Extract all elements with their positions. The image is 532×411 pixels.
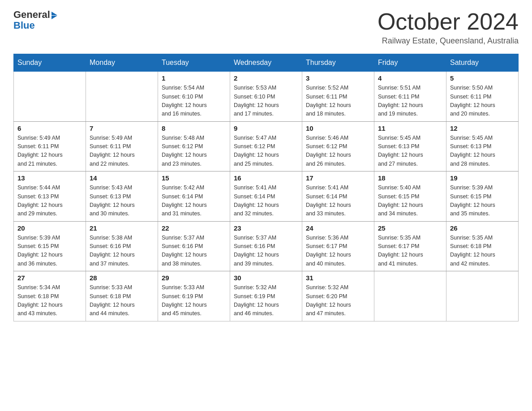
day-number: 25 [378, 224, 442, 232]
day-info: Sunrise: 5:49 AM Sunset: 6:11 PM Dayligh… [17, 134, 82, 169]
day-info: Sunrise: 5:48 AM Sunset: 6:12 PM Dayligh… [162, 134, 226, 169]
day-number: 29 [162, 274, 226, 282]
day-number: 10 [306, 124, 370, 132]
calendar-cell: 31Sunrise: 5:32 AM Sunset: 6:20 PM Dayli… [302, 271, 374, 321]
calendar-cell: 27Sunrise: 5:34 AM Sunset: 6:18 PM Dayli… [14, 271, 86, 321]
day-number: 21 [90, 224, 154, 232]
day-info: Sunrise: 5:51 AM Sunset: 6:11 PM Dayligh… [378, 84, 442, 119]
calendar-cell: 24Sunrise: 5:36 AM Sunset: 6:17 PM Dayli… [302, 221, 374, 271]
day-number: 30 [234, 274, 298, 282]
calendar-cell: 6Sunrise: 5:49 AM Sunset: 6:11 PM Daylig… [14, 121, 86, 171]
day-number: 28 [90, 274, 154, 282]
calendar-header: SundayMondayTuesdayWednesdayThursdayFrid… [14, 54, 519, 72]
day-number: 19 [450, 174, 515, 182]
calendar-cell: 14Sunrise: 5:43 AM Sunset: 6:13 PM Dayli… [86, 171, 158, 222]
day-number: 15 [162, 174, 226, 182]
weekday-header-friday: Friday [374, 54, 446, 72]
day-number: 31 [306, 274, 370, 282]
calendar-cell [374, 271, 446, 321]
day-info: Sunrise: 5:45 AM Sunset: 6:13 PM Dayligh… [378, 134, 442, 169]
title-area: October 2024 Railway Estate, Queensland,… [378, 9, 519, 46]
day-info: Sunrise: 5:42 AM Sunset: 6:14 PM Dayligh… [162, 184, 226, 218]
calendar-body: 1Sunrise: 5:54 AM Sunset: 6:10 PM Daylig… [14, 72, 519, 321]
calendar-cell: 8Sunrise: 5:48 AM Sunset: 6:12 PM Daylig… [158, 121, 230, 171]
day-number: 11 [378, 124, 442, 132]
calendar-week-5: 27Sunrise: 5:34 AM Sunset: 6:18 PM Dayli… [14, 271, 519, 321]
logo: General Blue [13, 9, 57, 31]
weekday-header-saturday: Saturday [446, 54, 519, 72]
day-info: Sunrise: 5:32 AM Sunset: 6:19 PM Dayligh… [234, 283, 298, 318]
day-number: 4 [378, 74, 442, 82]
day-info: Sunrise: 5:46 AM Sunset: 6:12 PM Dayligh… [306, 134, 370, 169]
calendar-cell: 25Sunrise: 5:35 AM Sunset: 6:17 PM Dayli… [374, 221, 446, 271]
calendar-cell: 26Sunrise: 5:35 AM Sunset: 6:18 PM Dayli… [446, 221, 519, 271]
day-number: 22 [162, 224, 226, 232]
day-info: Sunrise: 5:33 AM Sunset: 6:19 PM Dayligh… [162, 283, 226, 318]
day-info: Sunrise: 5:41 AM Sunset: 6:14 PM Dayligh… [306, 184, 370, 218]
day-number: 14 [90, 174, 154, 182]
day-number: 1 [162, 74, 226, 82]
calendar-cell: 5Sunrise: 5:50 AM Sunset: 6:11 PM Daylig… [446, 72, 519, 122]
day-info: Sunrise: 5:35 AM Sunset: 6:18 PM Dayligh… [450, 234, 515, 269]
calendar-cell: 9Sunrise: 5:47 AM Sunset: 6:12 PM Daylig… [230, 121, 302, 171]
day-number: 13 [17, 174, 82, 182]
calendar-cell: 28Sunrise: 5:33 AM Sunset: 6:18 PM Dayli… [86, 271, 158, 321]
calendar-cell: 29Sunrise: 5:33 AM Sunset: 6:19 PM Dayli… [158, 271, 230, 321]
day-number: 24 [306, 224, 370, 232]
calendar-cell [86, 72, 158, 122]
weekday-header-monday: Monday [86, 54, 158, 72]
day-info: Sunrise: 5:43 AM Sunset: 6:13 PM Dayligh… [90, 184, 154, 218]
day-number: 20 [17, 224, 82, 232]
day-number: 5 [450, 74, 515, 82]
logo-general: General [13, 9, 50, 21]
day-number: 3 [306, 74, 370, 82]
weekday-header-wednesday: Wednesday [230, 54, 302, 72]
day-info: Sunrise: 5:32 AM Sunset: 6:20 PM Dayligh… [306, 283, 370, 318]
day-info: Sunrise: 5:36 AM Sunset: 6:17 PM Dayligh… [306, 234, 370, 269]
day-number: 23 [234, 224, 298, 232]
month-title: October 2024 [378, 9, 519, 34]
calendar-table: SundayMondayTuesdayWednesdayThursdayFrid… [13, 54, 519, 321]
page-header: General Blue October 2024 Railway Estate… [13, 9, 519, 46]
calendar-cell: 7Sunrise: 5:49 AM Sunset: 6:11 PM Daylig… [86, 121, 158, 171]
day-number: 16 [234, 174, 298, 182]
calendar-cell: 16Sunrise: 5:41 AM Sunset: 6:14 PM Dayli… [230, 171, 302, 222]
weekday-header-tuesday: Tuesday [158, 54, 230, 72]
calendar-cell: 15Sunrise: 5:42 AM Sunset: 6:14 PM Dayli… [158, 171, 230, 222]
calendar-week-1: 1Sunrise: 5:54 AM Sunset: 6:10 PM Daylig… [14, 72, 519, 122]
calendar-cell: 4Sunrise: 5:51 AM Sunset: 6:11 PM Daylig… [374, 72, 446, 122]
day-number: 18 [378, 174, 442, 182]
day-info: Sunrise: 5:44 AM Sunset: 6:13 PM Dayligh… [17, 184, 82, 218]
day-number: 12 [450, 124, 515, 132]
day-info: Sunrise: 5:49 AM Sunset: 6:11 PM Dayligh… [90, 134, 154, 169]
calendar-cell: 2Sunrise: 5:53 AM Sunset: 6:10 PM Daylig… [230, 72, 302, 122]
day-info: Sunrise: 5:39 AM Sunset: 6:15 PM Dayligh… [450, 184, 515, 218]
calendar-week-2: 6Sunrise: 5:49 AM Sunset: 6:11 PM Daylig… [14, 121, 519, 171]
day-number: 9 [234, 124, 298, 132]
day-info: Sunrise: 5:40 AM Sunset: 6:15 PM Dayligh… [378, 184, 442, 218]
calendar-cell [14, 72, 86, 122]
calendar-cell: 3Sunrise: 5:52 AM Sunset: 6:11 PM Daylig… [302, 72, 374, 122]
day-number: 26 [450, 224, 515, 232]
calendar-cell: 12Sunrise: 5:45 AM Sunset: 6:13 PM Dayli… [446, 121, 519, 171]
calendar-cell: 23Sunrise: 5:37 AM Sunset: 6:16 PM Dayli… [230, 221, 302, 271]
day-number: 27 [17, 274, 82, 282]
day-info: Sunrise: 5:34 AM Sunset: 6:18 PM Dayligh… [17, 283, 82, 318]
calendar-cell: 1Sunrise: 5:54 AM Sunset: 6:10 PM Daylig… [158, 72, 230, 122]
header-row: SundayMondayTuesdayWednesdayThursdayFrid… [14, 54, 519, 72]
day-number: 7 [90, 124, 154, 132]
calendar-cell: 10Sunrise: 5:46 AM Sunset: 6:12 PM Dayli… [302, 121, 374, 171]
day-info: Sunrise: 5:35 AM Sunset: 6:17 PM Dayligh… [378, 234, 442, 269]
calendar-cell [446, 271, 519, 321]
calendar-cell: 20Sunrise: 5:39 AM Sunset: 6:15 PM Dayli… [14, 221, 86, 271]
day-info: Sunrise: 5:47 AM Sunset: 6:12 PM Dayligh… [234, 134, 298, 169]
day-number: 8 [162, 124, 226, 132]
calendar-week-3: 13Sunrise: 5:44 AM Sunset: 6:13 PM Dayli… [14, 171, 519, 222]
logo-blue: Blue [13, 20, 35, 31]
calendar-cell: 19Sunrise: 5:39 AM Sunset: 6:15 PM Dayli… [446, 171, 519, 222]
day-number: 2 [234, 74, 298, 82]
calendar-cell: 17Sunrise: 5:41 AM Sunset: 6:14 PM Dayli… [302, 171, 374, 222]
day-number: 17 [306, 174, 370, 182]
day-info: Sunrise: 5:54 AM Sunset: 6:10 PM Dayligh… [162, 84, 226, 119]
day-info: Sunrise: 5:41 AM Sunset: 6:14 PM Dayligh… [234, 184, 298, 218]
